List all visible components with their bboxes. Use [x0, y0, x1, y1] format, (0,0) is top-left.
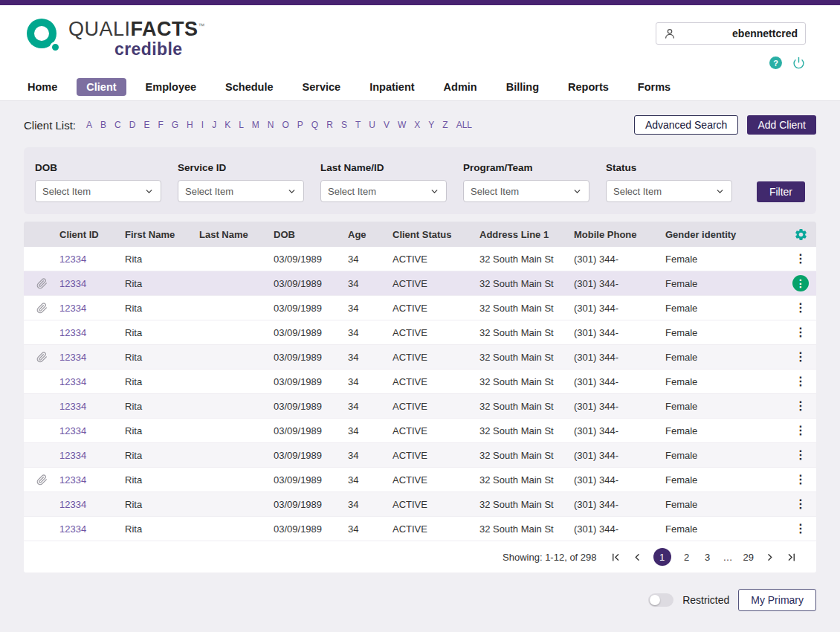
alphabet-link-w[interactable]: W	[398, 120, 406, 130]
filter-select-status[interactable]: Select Item	[606, 180, 732, 202]
filter-button[interactable]: Filter	[757, 181, 805, 202]
alphabet-link-z[interactable]: Z	[442, 120, 448, 130]
add-client-button[interactable]: Add Client	[747, 115, 816, 135]
row-menu-kebab-icon[interactable]: ⋮	[795, 474, 807, 486]
restricted-toggle[interactable]	[648, 593, 673, 607]
client-id-link[interactable]: 12334	[59, 327, 86, 338]
row-menu-kebab-icon[interactable]: ⋮	[795, 326, 807, 338]
attachment-icon[interactable]	[24, 352, 59, 363]
help-icon[interactable]: ?	[769, 57, 782, 69]
nav-item-billing[interactable]: Billing	[497, 78, 549, 96]
nav-item-service[interactable]: Service	[293, 78, 351, 96]
nav-item-employee[interactable]: Employee	[136, 78, 207, 96]
client-id-link[interactable]: 12334	[59, 352, 86, 363]
attachment-icon[interactable]	[24, 278, 59, 289]
nav-item-forms[interactable]: Forms	[628, 78, 680, 96]
cell-age: 34	[348, 401, 392, 412]
row-menu-kebab-icon[interactable]: ⋮	[795, 302, 807, 314]
cell-client-id: 12334	[59, 303, 125, 314]
client-id-link[interactable]: 12334	[59, 376, 86, 387]
cell-age: 34	[348, 523, 392, 535]
client-id-link[interactable]: 12334	[59, 499, 86, 510]
cell-gender-identity: Female	[665, 474, 785, 486]
nav-item-reports[interactable]: Reports	[558, 78, 618, 96]
row-menu-kebab-icon[interactable]: ⋮	[795, 449, 807, 461]
row-menu-kebab-icon[interactable]: ⋮	[795, 400, 807, 412]
row-menu-kebab-icon[interactable]: ⋮	[795, 498, 807, 510]
alphabet-link-v[interactable]: V	[384, 120, 390, 130]
alphabet-link-c[interactable]: C	[114, 120, 121, 130]
chevron-down-icon	[144, 187, 154, 196]
filter-select-dob[interactable]: Select Item	[35, 180, 161, 202]
nav-item-client[interactable]: Client	[77, 78, 126, 96]
alphabet-link-e[interactable]: E	[143, 120, 149, 130]
alphabet-link-a[interactable]: A	[86, 120, 92, 130]
alphabet-link-u[interactable]: U	[369, 120, 375, 130]
alphabet-link-x[interactable]: X	[414, 120, 420, 130]
filter-select-service-id[interactable]: Select Item	[178, 180, 304, 202]
alphabet-link-r[interactable]: R	[326, 120, 333, 130]
client-id-link[interactable]: 12334	[59, 254, 86, 265]
power-icon[interactable]	[792, 57, 805, 69]
client-id-link[interactable]: 12334	[59, 523, 86, 535]
page-button-3[interactable]: 3	[702, 552, 713, 563]
my-primary-button[interactable]: My Primary	[738, 589, 816, 611]
advanced-search-button[interactable]: Advanced Search	[634, 115, 739, 135]
client-id-link[interactable]: 12334	[59, 450, 86, 461]
alphabet-link-k[interactable]: K	[224, 120, 230, 130]
nav-item-home[interactable]: Home	[18, 78, 67, 96]
cell-first-name: Rita	[125, 327, 199, 338]
restricted-label: Restricted	[682, 594, 729, 606]
alphabet-link-h[interactable]: H	[187, 120, 193, 130]
last-page-button[interactable]	[786, 552, 797, 563]
user-account-box[interactable]: ebennettcred	[656, 22, 806, 45]
header-icons: ?	[769, 57, 805, 69]
alphabet-link-q[interactable]: Q	[311, 120, 318, 130]
nav-item-admin[interactable]: Admin	[434, 78, 487, 96]
next-page-button[interactable]	[764, 552, 775, 563]
alphabet-link-d[interactable]: D	[129, 120, 136, 130]
alphabet-link-all[interactable]: ALL	[456, 120, 472, 130]
cell-first-name: Rita	[125, 474, 199, 486]
cell-gender-identity: Female	[665, 303, 785, 314]
row-menu-kebab-icon[interactable]: ⋮	[795, 351, 807, 363]
attachment-icon[interactable]	[24, 474, 59, 486]
alphabet-link-s[interactable]: S	[341, 120, 347, 130]
alphabet-link-i[interactable]: I	[201, 120, 204, 130]
alphabet-link-y[interactable]: Y	[428, 120, 434, 130]
prev-page-button[interactable]	[632, 552, 643, 563]
alphabet-link-g[interactable]: G	[172, 120, 178, 130]
alphabet-link-j[interactable]: J	[212, 120, 216, 130]
page-button-1[interactable]: 1	[653, 548, 671, 566]
client-id-link[interactable]: 12334	[59, 425, 86, 436]
alphabet-link-p[interactable]: P	[297, 120, 303, 130]
filter-select-program-team[interactable]: Select Item	[463, 180, 589, 202]
column-settings-gear-icon[interactable]	[785, 228, 816, 242]
row-menu-kebab-icon[interactable]: ⋮	[795, 425, 807, 436]
cell-age: 34	[348, 327, 392, 338]
row-menu-kebab-icon[interactable]: ⋮	[792, 275, 809, 291]
first-page-button[interactable]	[610, 552, 621, 563]
row-menu-kebab-icon[interactable]: ⋮	[795, 375, 807, 387]
alphabet-link-f[interactable]: F	[158, 120, 163, 130]
nav-item-inpatient[interactable]: Inpatient	[360, 78, 424, 96]
filter-select-last-name-id[interactable]: Select Item	[320, 180, 447, 202]
row-menu-kebab-icon[interactable]: ⋮	[795, 523, 807, 535]
row-menu-kebab-icon[interactable]: ⋮	[795, 253, 807, 265]
cell-client-id: 12334	[59, 352, 125, 363]
page-button-29[interactable]: 29	[743, 552, 754, 563]
client-id-link[interactable]: 12334	[59, 401, 86, 412]
alphabet-link-l[interactable]: L	[239, 120, 244, 130]
alphabet-link-t[interactable]: T	[355, 120, 361, 130]
alphabet-link-n[interactable]: N	[268, 120, 274, 130]
page-button-2[interactable]: 2	[682, 552, 692, 563]
alphabet-link-o[interactable]: O	[282, 120, 289, 130]
cell-client-id: 12334	[59, 376, 125, 387]
attachment-icon[interactable]	[24, 303, 59, 314]
alphabet-link-b[interactable]: B	[100, 120, 106, 130]
client-id-link[interactable]: 12334	[59, 474, 86, 486]
alphabet-link-m[interactable]: M	[252, 120, 259, 130]
client-id-link[interactable]: 12334	[59, 303, 86, 314]
client-id-link[interactable]: 12334	[59, 278, 86, 289]
nav-item-schedule[interactable]: Schedule	[216, 78, 282, 96]
